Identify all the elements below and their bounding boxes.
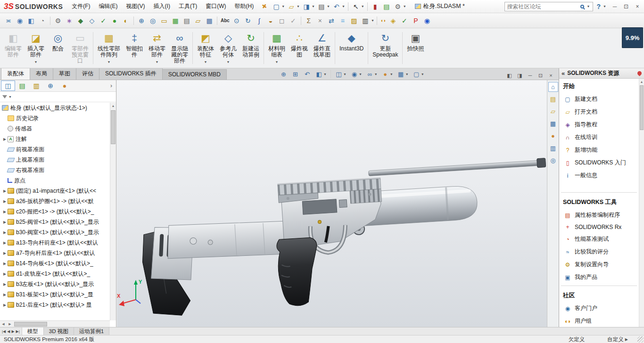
expand-icon[interactable]: ▶ bbox=[2, 261, 8, 266]
resize-grip[interactable] bbox=[637, 336, 644, 343]
insert-components-button[interactable]: ◪插入零 部件▼ bbox=[25, 28, 47, 68]
menu-6[interactable]: 窗口(W) bbox=[201, 0, 230, 13]
display-states-button[interactable]: ▥▼ bbox=[360, 15, 375, 26]
scroll-up-icon[interactable]: ▲ bbox=[110, 103, 116, 109]
expand-icon[interactable]: ▶ bbox=[2, 137, 8, 141]
model-tab-3d-视图[interactable]: 3D 视图 bbox=[44, 327, 74, 335]
expand-icon[interactable]: ▶ bbox=[2, 282, 8, 286]
model-tab-运动算例1[interactable]: 运动算例1 bbox=[74, 327, 109, 335]
save-button[interactable]: ◨▼ bbox=[301, 1, 316, 12]
take-snapshot-button[interactable]: ▣拍快照 bbox=[404, 28, 427, 68]
tree-item[interactable]: ▶c20-握把<1> -> (默认<<默认>_ bbox=[0, 206, 110, 217]
view-settings-button[interactable]: ▢▼ bbox=[411, 68, 426, 80]
task-pane-item[interactable]: ▣我的产品 bbox=[559, 271, 639, 284]
barrel[interactable] bbox=[369, 160, 544, 176]
tree-item[interactable]: 右视基准面 bbox=[0, 165, 110, 175]
tab-scroll-prev-button[interactable]: ◀ bbox=[7, 329, 10, 334]
menu-4[interactable]: 插入(I) bbox=[149, 0, 174, 13]
tree-scroll-thumb[interactable] bbox=[111, 110, 116, 144]
freeze-bar-button[interactable]: ≡ bbox=[337, 15, 348, 26]
expand-icon[interactable]: ▶ bbox=[2, 230, 8, 235]
exploded-view-button[interactable]: ∴爆炸视 图 bbox=[288, 28, 311, 68]
task-pane-item[interactable]: ▯SOLIDWORKS 入门 bbox=[559, 156, 639, 169]
performance-evaluation-button[interactable]: ◔ bbox=[37, 15, 48, 26]
task-pane-scroll-thumb[interactable] bbox=[640, 85, 644, 130]
task-pane-item[interactable]: ◉客户门户 bbox=[559, 302, 639, 315]
fore-block[interactable] bbox=[166, 218, 293, 261]
design-table-button[interactable]: ▦ bbox=[170, 15, 181, 26]
task-pane-item[interactable]: ◈指导教程 bbox=[559, 118, 639, 131]
new-motion-study-button[interactable]: ↻新建运 动算例 bbox=[239, 28, 262, 68]
explode-line-sketch-button[interactable]: ∠爆炸直 线草图 bbox=[311, 28, 333, 68]
performance-gauge-button[interactable]: ◒ bbox=[265, 15, 276, 26]
task-pane-item[interactable]: ▱打开文档 bbox=[559, 106, 639, 118]
expand-icon[interactable]: ▶ bbox=[2, 241, 8, 245]
tree-root-item[interactable]: 枪身 (默认<默认_显示状态-1>) bbox=[0, 103, 110, 113]
task-pane-item[interactable]: ▢新建文档 bbox=[559, 93, 639, 106]
previous-window-button[interactable]: ◧ bbox=[504, 71, 514, 80]
comment-button[interactable]: ▭ bbox=[158, 15, 170, 26]
verify-button[interactable]: ✓ bbox=[399, 15, 410, 26]
task-pane-item[interactable]: ≈比较我的评分 bbox=[559, 245, 639, 258]
show-hidden-components-button[interactable]: ∞显示隐 藏的零 部件 bbox=[168, 28, 191, 68]
expand-icon[interactable]: ▶ bbox=[2, 220, 8, 224]
tree-item[interactable]: 传感器 bbox=[0, 123, 110, 134]
minimize-document-button[interactable]: ─ bbox=[525, 71, 535, 80]
move-component-button[interactable]: ⇄移动零 部件▼ bbox=[146, 28, 168, 68]
save-as-pdf-button[interactable]: P bbox=[410, 15, 421, 26]
options-tool-button[interactable]: ⚙ bbox=[52, 15, 64, 26]
spell-checker-button[interactable]: Abc bbox=[219, 15, 231, 26]
options-button[interactable]: ⚙▼ bbox=[392, 1, 407, 12]
zoom-to-area-button[interactable]: ⊞ bbox=[289, 68, 301, 80]
tab-装配体[interactable]: 装配体 bbox=[1, 68, 30, 80]
panel-tabs-overflow-icon[interactable]: › bbox=[107, 82, 115, 89]
linear-component-pattern-button[interactable]: ▦线性零部 件阵列▼ bbox=[95, 28, 123, 68]
geometry-analysis-button[interactable]: ◇ bbox=[86, 15, 98, 26]
tab-scroll-last-button[interactable]: ▶| bbox=[16, 329, 20, 334]
print-button[interactable]: ▤▼ bbox=[316, 1, 331, 12]
tab-草图[interactable]: 草图 bbox=[53, 68, 76, 80]
spray-gun-button[interactable]: ∗ bbox=[64, 15, 75, 26]
task-pane-item[interactable]: ∩在线培训 bbox=[559, 131, 639, 144]
expand-icon[interactable]: ▶ bbox=[2, 199, 8, 204]
scroll-right-icon[interactable]: ▶ bbox=[7, 322, 13, 326]
menu-2[interactable]: 编辑(E) bbox=[95, 0, 122, 13]
file-properties-button[interactable]: ▤ bbox=[381, 1, 392, 12]
section-properties-button[interactable]: ◧ bbox=[25, 15, 37, 26]
tree-item[interactable]: ▶a26-扳机护圈<1> -> (默认<<默 bbox=[0, 196, 110, 206]
tree-item[interactable]: ▶b31-板架<1> (默认<<默认>_显 bbox=[0, 289, 110, 300]
search-caret-icon[interactable]: ▼ bbox=[587, 5, 590, 8]
mass-properties-button[interactable]: ◉ bbox=[14, 15, 25, 26]
instant3d-button[interactable]: ◆Instant3D bbox=[337, 28, 366, 68]
trim-button[interactable]: × bbox=[314, 15, 326, 26]
defeature-button[interactable]: ◆ bbox=[75, 15, 86, 26]
task-pane-scrollbar[interactable]: ▲ bbox=[639, 79, 644, 327]
smart-fasteners-button[interactable]: ‡智能扣 件 bbox=[123, 28, 146, 68]
menu-5[interactable]: 工具(T) bbox=[174, 0, 201, 13]
view-palette-tab[interactable]: ▦ bbox=[548, 119, 558, 129]
tab-scroll-next-button[interactable]: ▶ bbox=[11, 329, 14, 334]
symmetry-check-button[interactable]: ◐ bbox=[120, 15, 132, 26]
propertymanager-tab[interactable]: ▤ bbox=[15, 81, 29, 91]
new-document-button[interactable]: ▢▼ bbox=[271, 1, 286, 12]
expand-icon[interactable]: ▶ bbox=[2, 210, 8, 214]
collaborate-button[interactable]: ◖◗ bbox=[379, 15, 388, 26]
pin-menu-icon[interactable]: ✚ bbox=[260, 2, 269, 11]
tree-item[interactable]: 前视基准面 bbox=[0, 144, 110, 155]
apply-scene-button[interactable]: ▦▼ bbox=[395, 68, 411, 80]
check-active-document-button[interactable]: ✓ bbox=[98, 15, 109, 26]
print-preview-button[interactable]: ▤ bbox=[181, 15, 192, 26]
edit-appearance-button[interactable]: ●▼ bbox=[380, 68, 395, 80]
select-button[interactable]: ↖▼ bbox=[350, 1, 365, 12]
tree-item[interactable]: ▶b25-阀管<1> (默认<<默认>_显示 bbox=[0, 217, 110, 227]
reorient-sketch-button[interactable]: ↻ bbox=[242, 15, 254, 26]
tree-hscroll-thumb[interactable] bbox=[14, 322, 47, 327]
curvature-button[interactable]: ● bbox=[109, 15, 120, 26]
equations-button[interactable]: Σ bbox=[303, 15, 314, 26]
custom-properties-tab[interactable]: ▥ bbox=[548, 143, 558, 153]
minimize-app-button[interactable]: ─ bbox=[609, 2, 620, 11]
magnified-selection-button[interactable]: ◎ bbox=[147, 15, 158, 26]
zoom-to-fit-button[interactable]: ⊕ bbox=[278, 68, 289, 80]
tree-item[interactable]: ▶b21-后座<1> (默认<<默认> 显 bbox=[0, 300, 110, 310]
configurationmanager-tab[interactable]: ▥ bbox=[29, 81, 43, 91]
